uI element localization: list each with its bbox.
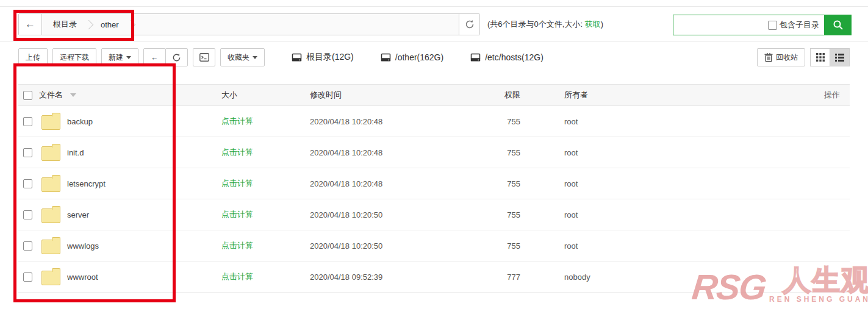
permission: 755 xyxy=(456,241,520,251)
table-body: backup 点击计算 2020/04/18 10:20:48 755 root… xyxy=(18,106,850,293)
row-checkbox[interactable] xyxy=(23,241,32,251)
breadcrumb-other[interactable]: other xyxy=(97,20,123,29)
header-mtime[interactable]: 修改时间 xyxy=(310,90,456,101)
hard-drive-icon xyxy=(470,53,481,62)
toolbar-refresh-button[interactable] xyxy=(165,48,188,66)
size-calc-link[interactable]: 点击计算 xyxy=(221,179,253,188)
recycle-bin-button[interactable]: 回收站 xyxy=(757,48,805,66)
header-actions: 操作 xyxy=(803,90,850,101)
permission: 755 xyxy=(456,148,520,157)
new-menu-button[interactable]: 新建 xyxy=(101,48,138,66)
hard-drive-icon xyxy=(381,53,391,62)
refresh-path-button[interactable] xyxy=(459,14,479,35)
view-toggle xyxy=(810,48,850,66)
stats-text: (共6个目录与0个文件,大小: xyxy=(487,20,585,29)
folder-icon xyxy=(41,146,60,161)
nav-button-group: ← xyxy=(143,48,188,66)
back-button[interactable]: ← xyxy=(19,14,42,35)
search-button[interactable] xyxy=(825,15,852,35)
back-arrow-icon: ← xyxy=(151,53,159,62)
address-row: ← 根目录 other (共6个目录与0个文件,大小: 获取) xyxy=(18,13,603,35)
permission: 755 xyxy=(456,210,520,219)
folder-icon xyxy=(41,177,60,192)
disk-label: /etc/hosts(12G) xyxy=(485,52,543,62)
refresh-icon xyxy=(172,53,181,62)
size-calc-link[interactable]: 点击计算 xyxy=(221,272,253,281)
size-calc-link[interactable]: 点击计算 xyxy=(221,116,253,126)
back-arrow-icon: ← xyxy=(25,18,35,30)
upload-button[interactable]: 上传 xyxy=(18,48,48,66)
table-row[interactable]: wwwlogs 点击计算 2020/04/18 10:20:50 755 roo… xyxy=(18,230,850,262)
recycle-bin-label: 回收站 xyxy=(776,52,798,63)
file-manager-page: ← 根目录 other (共6个目录与0个文件,大小: 获取) 包含子目 xyxy=(0,0,868,331)
header-owner: 所有者 xyxy=(520,90,803,101)
upload-label: 上传 xyxy=(26,52,40,63)
disk-item[interactable]: /etc/hosts(12G) xyxy=(470,52,543,62)
table-row[interactable]: wwwroot 点击计算 2020/04/18 09:52:39 777 nob… xyxy=(18,262,850,293)
file-name[interactable]: server xyxy=(67,210,89,219)
header-size[interactable]: 大小 xyxy=(221,90,310,101)
file-name[interactable]: letsencrypt xyxy=(67,179,106,188)
favorites-button[interactable]: 收藏夹 xyxy=(220,48,265,66)
row-checkbox[interactable] xyxy=(23,179,32,188)
disk-list: 根目录(12G) /other(162G) /etc/hosts(12G) xyxy=(292,52,570,63)
stats-get-size-link[interactable]: 获取 xyxy=(585,20,601,29)
table-row[interactable]: letsencrypt 点击计算 2020/04/18 10:20:48 755… xyxy=(18,168,850,199)
remote-download-button[interactable]: 远程下载 xyxy=(52,48,96,66)
permission: 777 xyxy=(456,272,520,282)
include-subdir-label: 包含子目录 xyxy=(780,20,819,30)
folder-icon xyxy=(41,271,60,285)
modified-time: 2020/04/18 10:20:50 xyxy=(310,241,456,251)
owner: root xyxy=(520,241,803,251)
refresh-icon xyxy=(465,20,475,29)
terminal-button[interactable] xyxy=(193,48,215,66)
row-checkbox[interactable] xyxy=(23,210,32,219)
size-calc-link[interactable]: 点击计算 xyxy=(221,241,253,250)
search-input[interactable] xyxy=(676,16,755,34)
include-subdir-option[interactable]: 包含子目录 xyxy=(768,20,819,30)
size-calc-link[interactable]: 点击计算 xyxy=(221,210,253,219)
toolbar-back-button[interactable]: ← xyxy=(143,48,166,66)
row-checkbox[interactable] xyxy=(23,117,32,126)
header-divider xyxy=(0,41,868,41)
search-icon xyxy=(833,20,844,30)
file-name[interactable]: backup xyxy=(67,117,93,126)
table-header: 文件名 大小 修改时间 权限 所有者 操作 xyxy=(18,84,850,106)
watermark-english: REN SHENG GUAN xyxy=(769,295,868,304)
owner: root xyxy=(520,179,803,188)
breadcrumb-root[interactable]: 根目录 xyxy=(49,19,81,30)
file-name[interactable]: init.d xyxy=(67,148,84,157)
permission: 755 xyxy=(456,179,520,188)
terminal-icon xyxy=(199,53,209,62)
owner: nobody xyxy=(520,272,803,282)
remote-download-label: 远程下载 xyxy=(60,52,89,63)
modified-time: 2020/04/18 10:20:48 xyxy=(310,117,456,126)
disk-item[interactable]: /other(162G) xyxy=(381,52,443,62)
grid-view-icon xyxy=(816,53,825,62)
modified-time: 2020/04/18 10:20:50 xyxy=(310,210,456,219)
table-row[interactable]: backup 点击计算 2020/04/18 10:20:48 755 root xyxy=(18,106,850,137)
path-bar: ← 根目录 other xyxy=(18,13,480,35)
list-view-button[interactable] xyxy=(830,48,850,66)
row-checkbox[interactable] xyxy=(23,148,32,157)
table-row[interactable]: server 点击计算 2020/04/18 10:20:50 755 root xyxy=(18,199,850,230)
file-name[interactable]: wwwroot xyxy=(67,272,98,282)
folder-icon xyxy=(41,240,60,254)
row-checkbox[interactable] xyxy=(23,272,32,282)
size-calc-link[interactable]: 点击计算 xyxy=(221,148,253,157)
select-all-checkbox[interactable] xyxy=(23,91,32,100)
new-menu-label: 新建 xyxy=(109,52,123,63)
modified-time: 2020/04/18 09:52:39 xyxy=(310,272,456,282)
directory-stats: (共6个目录与0个文件,大小: 获取) xyxy=(487,19,603,30)
file-name[interactable]: wwwlogs xyxy=(67,241,99,251)
favorites-label: 收藏夹 xyxy=(228,52,249,63)
header-filename[interactable]: 文件名 xyxy=(38,90,221,101)
owner: root xyxy=(520,148,803,157)
chevron-right-icon xyxy=(84,20,94,29)
disk-item[interactable]: 根目录(12G) xyxy=(292,52,354,63)
include-subdir-checkbox[interactable] xyxy=(768,21,777,30)
grid-view-button[interactable] xyxy=(810,48,830,66)
folder-icon xyxy=(41,208,60,223)
table-row[interactable]: init.d 点击计算 2020/04/18 10:20:48 755 root xyxy=(18,137,850,168)
search-bar: 包含子目录 xyxy=(673,15,852,35)
